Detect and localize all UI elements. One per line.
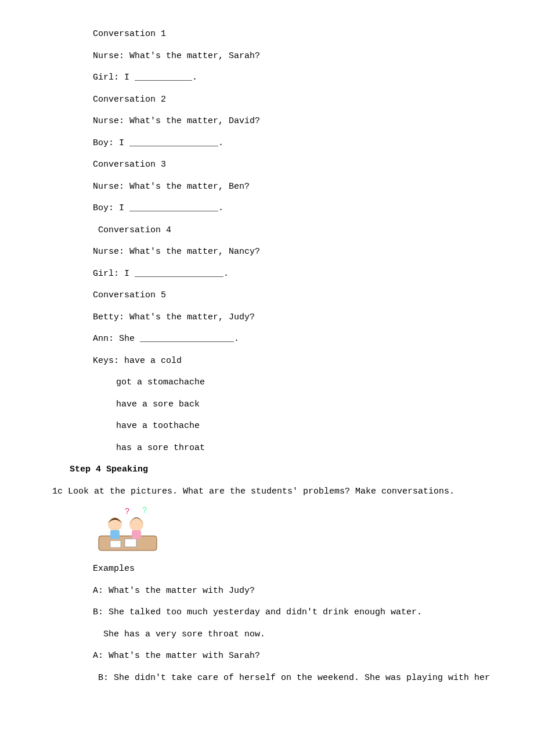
step-heading: Step 4 Speaking: [52, 459, 482, 481]
example-line: A: What's the matter with Sarah?: [52, 645, 482, 667]
keys-item: have a toothache: [52, 415, 482, 437]
conversation-line: Boy: I _________________.: [52, 197, 482, 219]
conversation-title: Conversation 3: [52, 154, 482, 176]
conversation-line: Girl: I ___________.: [52, 67, 482, 89]
students-illustration: ? ?: [52, 502, 482, 558]
examples-heading: Examples: [52, 558, 482, 580]
conversation-line: Nurse: What's the matter, Ben?: [52, 176, 482, 198]
svg-point-4: [129, 517, 143, 531]
conversation-line: Betty: What's the matter, Judy?: [52, 307, 482, 329]
keys-item: have a sore back: [52, 394, 482, 416]
document-page: Conversation 1 Nurse: What's the matter,…: [0, 0, 534, 712]
students-image-icon: ? ?: [93, 507, 163, 553]
conversation-title: Conversation 1: [52, 23, 482, 45]
conversation-line: Ann: She __________________.: [52, 328, 482, 350]
keys-heading: Keys: have a cold: [52, 350, 482, 372]
example-line: B: She didn't take care of herself on th…: [52, 667, 482, 689]
conversation-line: Nurse: What's the matter, David?: [52, 110, 482, 132]
svg-text:?: ?: [125, 507, 129, 516]
conversation-line: Girl: I _________________.: [52, 263, 482, 285]
conversation-title: Conversation 2: [52, 89, 482, 111]
svg-rect-3: [110, 530, 120, 539]
example-line: B: She talked too much yesterday and did…: [52, 602, 482, 624]
svg-rect-5: [132, 530, 141, 539]
keys-item: has a sore throat: [52, 437, 482, 459]
svg-text:?: ?: [142, 507, 147, 515]
instruction-text: 1c Look at the pictures. What are the st…: [52, 481, 482, 503]
conversation-title: Conversation 4: [52, 219, 482, 242]
conversation-title: Conversation 5: [52, 285, 482, 307]
conversation-line: Boy: I _________________.: [52, 132, 482, 154]
keys-item: got a stomachache: [52, 372, 482, 394]
example-line: A: What's the matter with Judy?: [52, 580, 482, 602]
svg-rect-1: [125, 539, 136, 547]
example-line: She has a very sore throat now.: [52, 624, 482, 646]
conversation-line: Nurse: What's the matter, Sarah?: [52, 45, 482, 67]
conversation-line: Nurse: What's the matter, Nancy?: [52, 241, 482, 263]
svg-rect-8: [110, 541, 121, 548]
